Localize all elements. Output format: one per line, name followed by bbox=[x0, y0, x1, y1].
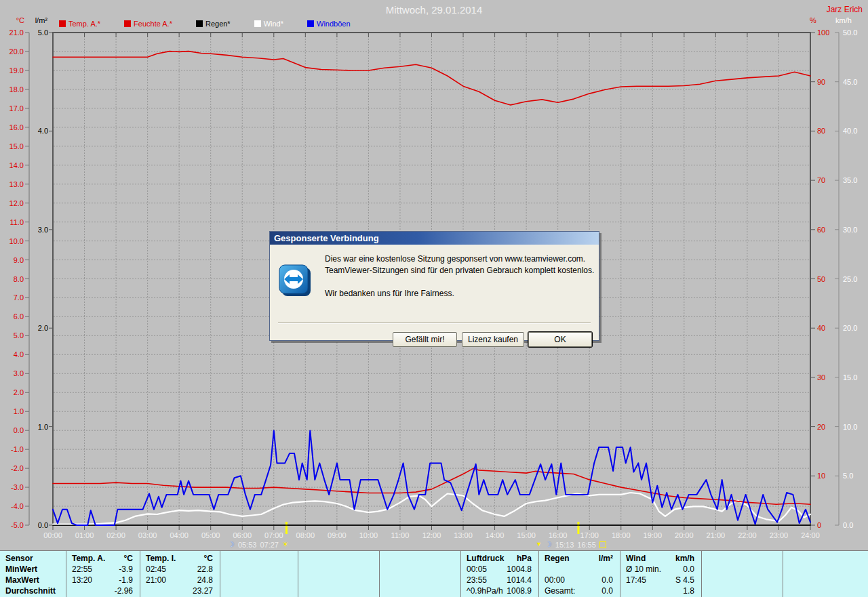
dialog-titlebar[interactable]: Gesponserte Verbindung bbox=[270, 232, 599, 245]
x-axis-label: 02:00 bbox=[106, 531, 125, 539]
moonset-icon: ☽ bbox=[545, 541, 552, 548]
cell-value: S 4.5 bbox=[675, 575, 701, 585]
cell-time: 00:05 bbox=[461, 564, 487, 575]
cell-time: 17:45 bbox=[620, 575, 646, 585]
table-cell-row bbox=[380, 585, 460, 596]
wind-axis-label: 10.0 bbox=[843, 423, 857, 431]
wind-axis-label: 30.0 bbox=[843, 226, 857, 234]
table-cell-row bbox=[702, 585, 783, 596]
table-cell-row: 00:051004.8 bbox=[461, 564, 538, 575]
wind-axis-label: 25.0 bbox=[843, 275, 857, 283]
cell-value bbox=[454, 585, 460, 596]
cell-time: 00:00 bbox=[539, 575, 565, 585]
temp-axis-label: 21.0 bbox=[9, 28, 24, 37]
column-header bbox=[298, 553, 304, 564]
column-unit bbox=[291, 553, 298, 564]
rain-axis-label: 2.0 bbox=[38, 324, 48, 332]
teamviewer-dialog: Gesponserte Verbindung Dies war eine kos… bbox=[269, 231, 599, 341]
cell-value: 1004.8 bbox=[507, 564, 538, 575]
table-cell-row: 00:000.0 bbox=[539, 575, 620, 585]
cell-value: 1.8 bbox=[683, 585, 701, 596]
cell-time bbox=[783, 585, 789, 596]
cell-time: 02:45 bbox=[140, 564, 166, 575]
cell-time bbox=[539, 564, 545, 575]
column-header bbox=[380, 553, 385, 564]
column-unit: °C bbox=[124, 553, 140, 564]
cell-time: ^0.9hPa/h bbox=[461, 585, 503, 596]
cell-value bbox=[861, 575, 868, 585]
column-header bbox=[783, 553, 789, 564]
table-column-wind: Windkm/hØ 10 min.0.017:45S 4.51.8 bbox=[620, 551, 702, 597]
cell-value: -1.9 bbox=[119, 575, 140, 585]
x-axis-label: 12:00 bbox=[422, 531, 441, 539]
temp-axis-label: 11.0 bbox=[9, 218, 24, 226]
like-button[interactable]: Gefällt mir! bbox=[393, 332, 457, 347]
cell-time bbox=[140, 585, 146, 596]
temp-axis-label: -3.0 bbox=[11, 483, 24, 491]
x-axis-label: 16:00 bbox=[549, 531, 568, 539]
dialog-message-line2: TeamViewer-Sitzungen sind für den privat… bbox=[325, 265, 594, 276]
humidity-axis-label: 30 bbox=[817, 373, 825, 382]
column-header: Temp. I. bbox=[140, 553, 176, 564]
cell-time bbox=[620, 585, 626, 596]
temp-axis-label: 20.0 bbox=[9, 47, 24, 56]
table-column-empty-3 bbox=[298, 551, 380, 597]
ok-button[interactable]: OK bbox=[528, 332, 592, 347]
wind-axis-label: 50.0 bbox=[843, 28, 857, 37]
table-column-temp-i-: Temp. I.°C02:4522.821:0024.823.27 bbox=[140, 551, 220, 597]
column-unit bbox=[372, 553, 379, 564]
cell-time bbox=[380, 564, 385, 575]
cell-time bbox=[220, 564, 226, 575]
cell-time: 22:55 bbox=[66, 564, 92, 575]
column-header: Regen bbox=[539, 553, 570, 564]
x-axis-label: 01:00 bbox=[75, 531, 94, 539]
cell-value bbox=[291, 585, 298, 596]
wind-axis-label: 45.0 bbox=[843, 78, 857, 86]
cell-value bbox=[776, 575, 783, 585]
cell-time bbox=[66, 585, 72, 596]
rain-axis-label: 3.0 bbox=[38, 226, 48, 234]
cell-time bbox=[380, 585, 385, 596]
table-cell-row bbox=[783, 564, 868, 575]
x-axis-label: 00:00 bbox=[43, 531, 62, 539]
buy-license-button[interactable]: Lizenz kaufen bbox=[462, 332, 524, 347]
moonrise-icon: ☽ bbox=[228, 541, 235, 548]
rain-axis-label: 1.0 bbox=[38, 423, 48, 431]
table-column-luftdruck: LuftdruckhPa00:051004.823:551014.4^0.9hP… bbox=[461, 551, 539, 597]
column-unit bbox=[776, 553, 783, 564]
cell-value: 0.0 bbox=[601, 575, 620, 585]
x-axis-label: 14:00 bbox=[486, 531, 505, 539]
humidity-axis-label: 90 bbox=[817, 78, 825, 86]
cell-value bbox=[291, 564, 298, 575]
column-header: Luftdruck bbox=[461, 553, 504, 564]
wind-axis-label: 5.0 bbox=[843, 472, 853, 480]
x-axis-label: 24:00 bbox=[801, 531, 820, 539]
cell-value: 0.0 bbox=[683, 564, 701, 575]
x-axis-label: 19:00 bbox=[644, 531, 663, 539]
table-cell-row: 17:45S 4.5 bbox=[620, 575, 701, 585]
wind-axis-label: 15.0 bbox=[843, 373, 857, 382]
temp-axis-label: -1.0 bbox=[11, 445, 24, 453]
temp-axis-label: 4.0 bbox=[14, 350, 24, 358]
cell-value bbox=[372, 575, 379, 585]
temp-axis-label: 1.0 bbox=[14, 407, 24, 415]
sun-annotation-morning: ☽ 05:53 07:27 ☀ bbox=[228, 540, 289, 549]
table-cell-row bbox=[298, 575, 379, 585]
cell-time: Ø 10 min. bbox=[620, 564, 661, 575]
cell-time: 13:20 bbox=[66, 575, 92, 585]
x-axis-label: 08:00 bbox=[296, 531, 315, 539]
table-cell-row bbox=[783, 575, 868, 585]
humidity-axis-label: 10 bbox=[817, 472, 825, 480]
moonrise-time: 05:53 bbox=[238, 541, 257, 549]
cell-value: 24.8 bbox=[197, 575, 220, 585]
temp-axis-label: 16.0 bbox=[9, 123, 24, 131]
column-header: Wind bbox=[620, 553, 646, 564]
x-axis-label: 22:00 bbox=[738, 531, 757, 539]
temp-axis-label: 12.0 bbox=[9, 199, 24, 207]
table-cell-row: 13:20-1.9 bbox=[66, 575, 140, 585]
table-cell-row bbox=[380, 564, 460, 575]
table-row-label: Sensor bbox=[0, 553, 66, 564]
x-axis-label: 06:00 bbox=[233, 531, 252, 539]
column-unit: hPa bbox=[517, 553, 538, 564]
table-cell-row bbox=[380, 575, 460, 585]
